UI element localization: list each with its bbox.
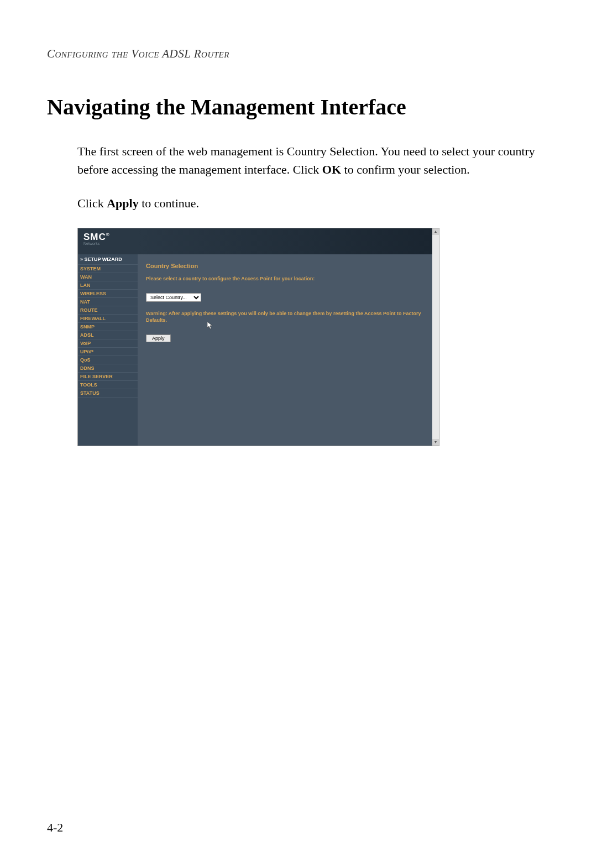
page-number: 4-2	[47, 820, 63, 835]
scroll-down-icon[interactable]: ▾	[432, 439, 439, 446]
p2-text-1: Click	[77, 196, 107, 210]
p2-bold-1: Apply	[107, 196, 138, 210]
country-select[interactable]: Select Country...	[146, 293, 201, 302]
p1-text-2: to confirm your selection.	[341, 163, 470, 176]
content-area: Country Selection Please select a countr…	[138, 254, 432, 446]
sidebar-item-ddns[interactable]: DDNS	[78, 364, 138, 373]
sidebar-item-wireless[interactable]: WIRELESS	[78, 290, 138, 298]
p2-text-2: to continue.	[139, 196, 199, 210]
sidebar-item-file-server[interactable]: FILE SERVER	[78, 373, 138, 381]
paragraph-1: The first screen of the web management i…	[77, 142, 550, 179]
sidebar: » SETUP WIZARD SYSTEM WAN LAN WIRELESS N…	[78, 254, 138, 446]
sidebar-item-route[interactable]: ROUTE	[78, 306, 138, 315]
sidebar-item-snmp[interactable]: SNMP	[78, 323, 138, 331]
embedded-screenshot: SMC® Networks » SETUP WIZARD SYSTEM WAN …	[77, 228, 439, 446]
sidebar-item-tools[interactable]: TOOLS	[78, 381, 138, 389]
content-instruction: Please select a country to configure the…	[146, 276, 424, 281]
content-title: Country Selection	[146, 263, 424, 269]
sidebar-item-status[interactable]: STATUS	[78, 389, 138, 398]
logo-text: SMC®	[83, 232, 132, 243]
sidebar-item-system[interactable]: SYSTEM	[78, 265, 138, 273]
sidebar-item-wan[interactable]: WAN	[78, 273, 138, 281]
scrollbar-vertical[interactable]: ▴ ▾	[432, 228, 439, 446]
p1-bold-1: OK	[322, 163, 341, 176]
sidebar-item-upnp[interactable]: UPnP	[78, 348, 138, 356]
sidebar-item-voip[interactable]: VoIP	[78, 339, 138, 348]
page-header: Configuring the Voice ADSL Router	[47, 47, 550, 61]
warning-text: Warning: After applying these settings y…	[146, 311, 424, 323]
paragraph-2: Click Apply to continue.	[77, 194, 550, 212]
sidebar-item-adsl[interactable]: ADSL	[78, 331, 138, 339]
sidebar-item-firewall[interactable]: FIREWALL	[78, 315, 138, 323]
sidebar-item-lan[interactable]: LAN	[78, 281, 138, 290]
sidebar-item-nat[interactable]: NAT	[78, 298, 138, 306]
section-title: Navigating the Management Interface	[47, 94, 550, 120]
top-banner	[138, 228, 432, 254]
cursor-icon	[207, 322, 213, 330]
sidebar-item-setup-wizard[interactable]: » SETUP WIZARD	[78, 254, 138, 265]
sidebar-item-qos[interactable]: QoS	[78, 356, 138, 364]
apply-button[interactable]: Apply	[146, 334, 171, 342]
logo-area: SMC® Networks	[78, 228, 138, 254]
logo-main: SMC	[83, 232, 106, 242]
scroll-up-icon[interactable]: ▴	[432, 228, 439, 235]
logo-registered: ®	[106, 232, 110, 237]
